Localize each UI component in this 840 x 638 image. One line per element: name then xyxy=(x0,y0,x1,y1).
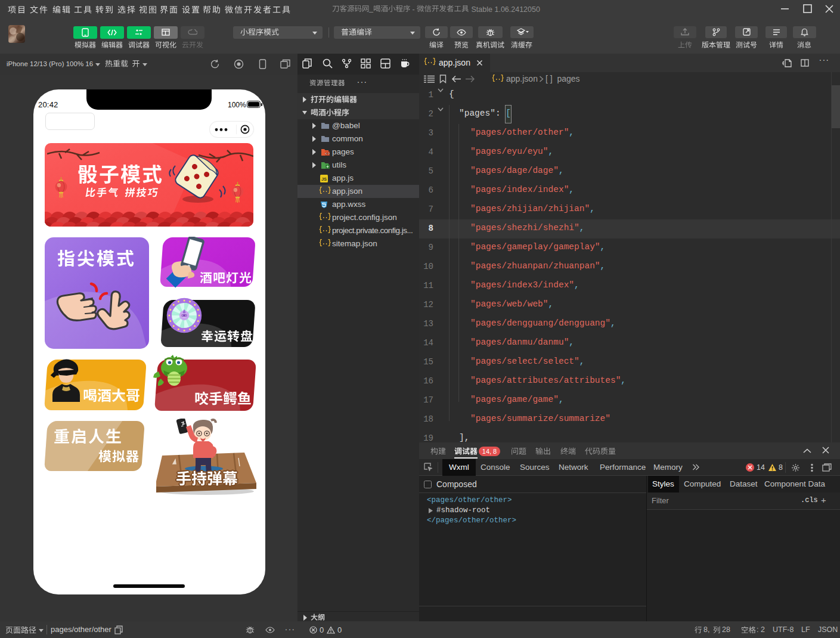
svg-text:GO: GO xyxy=(181,314,187,317)
svg-text:JS: JS xyxy=(321,176,327,182)
